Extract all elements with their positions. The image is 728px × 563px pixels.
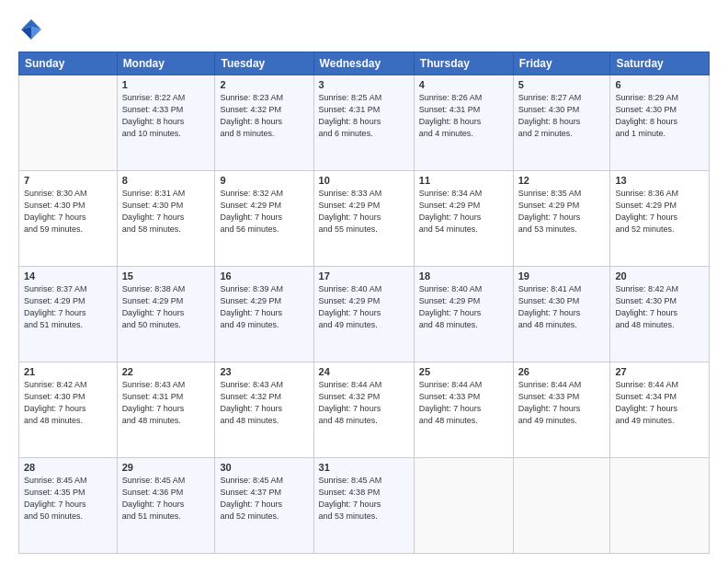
day-info: Sunrise: 8:37 AM Sunset: 4:29 PM Dayligh… xyxy=(24,283,112,331)
day-info: Sunrise: 8:45 AM Sunset: 4:35 PM Dayligh… xyxy=(24,475,112,523)
calendar-cell: 17Sunrise: 8:40 AM Sunset: 4:29 PM Dayli… xyxy=(313,267,414,362)
day-number: 21 xyxy=(24,366,112,377)
weekday-header-sunday: Sunday xyxy=(19,52,118,75)
calendar-cell: 29Sunrise: 8:45 AM Sunset: 4:36 PM Dayli… xyxy=(117,458,215,554)
day-number: 26 xyxy=(518,366,606,377)
calendar-cell: 8Sunrise: 8:31 AM Sunset: 4:30 PM Daylig… xyxy=(117,171,215,267)
day-info: Sunrise: 8:44 AM Sunset: 4:34 PM Dayligh… xyxy=(615,379,704,427)
week-row-5: 28Sunrise: 8:45 AM Sunset: 4:35 PM Dayli… xyxy=(19,458,710,554)
day-number: 27 xyxy=(615,366,704,377)
day-info: Sunrise: 8:32 AM Sunset: 4:29 PM Dayligh… xyxy=(220,188,308,236)
day-number: 8 xyxy=(122,175,210,186)
day-info: Sunrise: 8:35 AM Sunset: 4:29 PM Dayligh… xyxy=(518,188,606,236)
day-info: Sunrise: 8:33 AM Sunset: 4:29 PM Dayligh… xyxy=(319,188,409,236)
weekday-header-thursday: Thursday xyxy=(414,52,513,75)
day-number: 3 xyxy=(319,79,409,90)
calendar-cell: 28Sunrise: 8:45 AM Sunset: 4:35 PM Dayli… xyxy=(19,458,118,554)
weekday-header-saturday: Saturday xyxy=(610,52,710,75)
calendar-cell: 25Sunrise: 8:44 AM Sunset: 4:33 PM Dayli… xyxy=(414,362,513,458)
day-info: Sunrise: 8:44 AM Sunset: 4:33 PM Dayligh… xyxy=(518,379,606,427)
day-number: 24 xyxy=(319,366,409,377)
day-number: 7 xyxy=(24,175,112,186)
day-number: 15 xyxy=(122,270,210,282)
day-info: Sunrise: 8:26 AM Sunset: 4:31 PM Dayligh… xyxy=(419,92,508,140)
weekday-header-friday: Friday xyxy=(513,52,610,75)
day-info: Sunrise: 8:34 AM Sunset: 4:29 PM Dayligh… xyxy=(419,188,508,236)
day-info: Sunrise: 8:42 AM Sunset: 4:30 PM Dayligh… xyxy=(615,283,704,331)
weekday-header-row: SundayMondayTuesdayWednesdayThursdayFrid… xyxy=(19,52,710,75)
calendar-cell: 23Sunrise: 8:43 AM Sunset: 4:32 PM Dayli… xyxy=(215,362,313,458)
day-number: 18 xyxy=(419,270,508,282)
day-number: 19 xyxy=(518,270,606,282)
calendar-cell: 19Sunrise: 8:41 AM Sunset: 4:30 PM Dayli… xyxy=(513,267,610,362)
weekday-header-tuesday: Tuesday xyxy=(215,52,313,75)
calendar-cell: 3Sunrise: 8:25 AM Sunset: 4:31 PM Daylig… xyxy=(313,75,414,171)
day-info: Sunrise: 8:23 AM Sunset: 4:32 PM Dayligh… xyxy=(220,92,308,140)
day-number: 22 xyxy=(122,366,210,377)
day-info: Sunrise: 8:45 AM Sunset: 4:38 PM Dayligh… xyxy=(319,475,409,523)
calendar-cell: 11Sunrise: 8:34 AM Sunset: 4:29 PM Dayli… xyxy=(414,171,513,267)
page: SundayMondayTuesdayWednesdayThursdayFrid… xyxy=(0,0,728,563)
calendar-cell: 20Sunrise: 8:42 AM Sunset: 4:30 PM Dayli… xyxy=(610,267,710,362)
week-row-4: 21Sunrise: 8:42 AM Sunset: 4:30 PM Dayli… xyxy=(19,362,710,458)
calendar-cell xyxy=(610,458,710,554)
calendar-cell: 24Sunrise: 8:44 AM Sunset: 4:32 PM Dayli… xyxy=(313,362,414,458)
calendar-cell: 6Sunrise: 8:29 AM Sunset: 4:30 PM Daylig… xyxy=(610,75,710,171)
calendar-cell: 16Sunrise: 8:39 AM Sunset: 4:29 PM Dayli… xyxy=(215,267,313,362)
calendar-cell: 27Sunrise: 8:44 AM Sunset: 4:34 PM Dayli… xyxy=(610,362,710,458)
day-info: Sunrise: 8:45 AM Sunset: 4:36 PM Dayligh… xyxy=(122,475,210,523)
day-number: 12 xyxy=(518,175,606,186)
day-number: 30 xyxy=(220,462,308,473)
day-info: Sunrise: 8:22 AM Sunset: 4:33 PM Dayligh… xyxy=(122,92,210,140)
day-number: 16 xyxy=(220,270,308,282)
week-row-3: 14Sunrise: 8:37 AM Sunset: 4:29 PM Dayli… xyxy=(19,267,710,362)
day-number: 20 xyxy=(615,270,704,282)
day-info: Sunrise: 8:41 AM Sunset: 4:30 PM Dayligh… xyxy=(518,283,606,331)
day-number: 28 xyxy=(24,462,112,473)
day-info: Sunrise: 8:29 AM Sunset: 4:30 PM Dayligh… xyxy=(615,92,704,140)
day-info: Sunrise: 8:36 AM Sunset: 4:29 PM Dayligh… xyxy=(615,188,704,236)
day-info: Sunrise: 8:25 AM Sunset: 4:31 PM Dayligh… xyxy=(319,92,409,140)
day-number: 10 xyxy=(319,175,409,186)
day-info: Sunrise: 8:44 AM Sunset: 4:33 PM Dayligh… xyxy=(419,379,508,427)
calendar-cell: 5Sunrise: 8:27 AM Sunset: 4:30 PM Daylig… xyxy=(513,75,610,171)
day-info: Sunrise: 8:30 AM Sunset: 4:30 PM Dayligh… xyxy=(24,188,112,236)
calendar-cell: 21Sunrise: 8:42 AM Sunset: 4:30 PM Dayli… xyxy=(19,362,118,458)
day-number: 6 xyxy=(615,79,704,90)
calendar-cell xyxy=(513,458,610,554)
header xyxy=(18,17,710,42)
weekday-header-wednesday: Wednesday xyxy=(313,52,414,75)
day-number: 17 xyxy=(319,270,409,282)
calendar-cell: 30Sunrise: 8:45 AM Sunset: 4:37 PM Dayli… xyxy=(215,458,313,554)
day-info: Sunrise: 8:31 AM Sunset: 4:30 PM Dayligh… xyxy=(122,188,210,236)
calendar-cell: 12Sunrise: 8:35 AM Sunset: 4:29 PM Dayli… xyxy=(513,171,610,267)
day-info: Sunrise: 8:42 AM Sunset: 4:30 PM Dayligh… xyxy=(24,379,112,427)
calendar-cell: 18Sunrise: 8:40 AM Sunset: 4:29 PM Dayli… xyxy=(414,267,513,362)
calendar-cell xyxy=(19,75,118,171)
calendar-cell: 13Sunrise: 8:36 AM Sunset: 4:29 PM Dayli… xyxy=(610,171,710,267)
week-row-2: 7Sunrise: 8:30 AM Sunset: 4:30 PM Daylig… xyxy=(19,171,710,267)
weekday-header-monday: Monday xyxy=(117,52,215,75)
calendar-cell: 9Sunrise: 8:32 AM Sunset: 4:29 PM Daylig… xyxy=(215,171,313,267)
day-number: 11 xyxy=(419,175,508,186)
day-number: 2 xyxy=(220,79,308,90)
logo-icon xyxy=(18,17,44,42)
day-info: Sunrise: 8:44 AM Sunset: 4:32 PM Dayligh… xyxy=(319,379,409,427)
calendar-cell: 31Sunrise: 8:45 AM Sunset: 4:38 PM Dayli… xyxy=(313,458,414,554)
day-number: 5 xyxy=(518,79,606,90)
day-info: Sunrise: 8:40 AM Sunset: 4:29 PM Dayligh… xyxy=(319,283,409,331)
calendar-cell: 26Sunrise: 8:44 AM Sunset: 4:33 PM Dayli… xyxy=(513,362,610,458)
calendar-cell: 22Sunrise: 8:43 AM Sunset: 4:31 PM Dayli… xyxy=(117,362,215,458)
calendar-cell: 4Sunrise: 8:26 AM Sunset: 4:31 PM Daylig… xyxy=(414,75,513,171)
calendar-cell: 10Sunrise: 8:33 AM Sunset: 4:29 PM Dayli… xyxy=(313,171,414,267)
calendar-cell: 7Sunrise: 8:30 AM Sunset: 4:30 PM Daylig… xyxy=(19,171,118,267)
calendar-cell: 14Sunrise: 8:37 AM Sunset: 4:29 PM Dayli… xyxy=(19,267,118,362)
day-info: Sunrise: 8:43 AM Sunset: 4:32 PM Dayligh… xyxy=(220,379,308,427)
day-number: 23 xyxy=(220,366,308,377)
day-number: 31 xyxy=(319,462,409,473)
calendar-cell: 15Sunrise: 8:38 AM Sunset: 4:29 PM Dayli… xyxy=(117,267,215,362)
day-number: 4 xyxy=(419,79,508,90)
day-info: Sunrise: 8:39 AM Sunset: 4:29 PM Dayligh… xyxy=(220,283,308,331)
day-info: Sunrise: 8:38 AM Sunset: 4:29 PM Dayligh… xyxy=(122,283,210,331)
week-row-1: 1Sunrise: 8:22 AM Sunset: 4:33 PM Daylig… xyxy=(19,75,710,171)
